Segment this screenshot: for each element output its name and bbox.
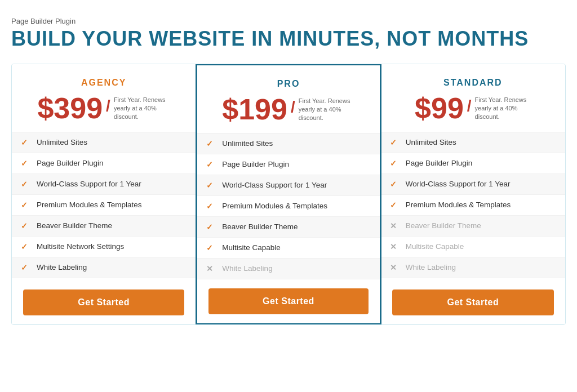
list-item: ✓Page Builder Plugin	[12, 153, 196, 174]
feature-label: Beaver Builder Theme	[222, 222, 298, 231]
page-title: BUILD YOUR WEBSITE IN MINUTES, NOT MONTH…	[11, 28, 566, 50]
plan-footer-agency: Get Started	[12, 280, 196, 324]
check-icon: ✓	[390, 159, 400, 168]
list-item: ✕Beaver Builder Theme	[381, 216, 565, 237]
plan-header-pro: PRO$199/First Year. Renews yearly at a 4…	[197, 65, 379, 133]
check-icon: ✓	[390, 201, 400, 210]
price-row-pro: $199/First Year. Renews yearly at a 40% …	[208, 95, 368, 124]
list-item: ✓Unlimited Sites	[12, 132, 196, 153]
list-item: ✕Multisite Capable	[381, 237, 565, 257]
get-started-button-pro[interactable]: Get Started	[208, 288, 368, 314]
feature-label: Page Builder Plugin	[37, 159, 104, 167]
feature-label: Multisite Capable	[222, 243, 281, 252]
list-item: ✓World-Class Support for 1 Year	[12, 174, 196, 195]
list-item: ✕White Labeling	[197, 259, 379, 279]
list-item: ✓World-Class Support for 1 Year	[197, 175, 379, 196]
list-item: ✓Multisite Capable	[197, 238, 379, 259]
feature-label: Multisite Capable	[406, 242, 464, 251]
feature-label: Page Builder Plugin	[406, 159, 473, 167]
features-list-pro: ✓Unlimited Sites✓Page Builder Plugin✓Wor…	[197, 133, 379, 279]
check-icon: ✓	[21, 221, 31, 230]
price-amount-pro: $199	[222, 95, 287, 124]
page-subtitle: Page Builder Plugin	[11, 17, 566, 25]
price-row-agency: $399/First Year. Renews yearly at a 40% …	[23, 93, 184, 123]
feature-label: World-Class Support for 1 Year	[222, 181, 327, 189]
list-item: ✓Beaver Builder Theme	[197, 217, 379, 238]
list-item: ✓Unlimited Sites	[381, 132, 565, 153]
check-icon: ✓	[206, 243, 216, 252]
list-item: ✓Beaver Builder Theme	[12, 216, 196, 237]
price-amount-agency: $399	[37, 93, 103, 123]
list-item: ✓Page Builder Plugin	[197, 154, 379, 175]
get-started-button-standard[interactable]: Get Started	[392, 289, 554, 315]
list-item: ✓Premium Modules & Templates	[12, 195, 196, 216]
plan-card-standard: STANDARD$99/First Year. Renews yearly at…	[381, 64, 565, 324]
check-icon: ✓	[21, 201, 31, 210]
check-icon: ✓	[390, 180, 400, 189]
cross-icon: ✕	[390, 242, 400, 251]
price-note-agency: First Year. Renews yearly at a 40% disco…	[114, 96, 170, 122]
list-item: ✓White Labeling	[12, 257, 196, 278]
feature-label: White Labeling	[37, 263, 87, 271]
check-icon: ✓	[206, 139, 216, 148]
feature-label: White Labeling	[222, 264, 272, 273]
feature-label: World-Class Support for 1 Year	[37, 180, 141, 188]
check-icon: ✓	[21, 138, 31, 147]
check-icon: ✓	[21, 263, 31, 272]
feature-label: Premium Modules & Templates	[222, 202, 327, 210]
plan-name-pro: PRO	[208, 79, 368, 89]
price-slash-pro: /	[291, 95, 295, 120]
cross-icon: ✕	[390, 221, 400, 230]
list-item: ✓Premium Modules & Templates	[197, 196, 379, 217]
list-item: ✓World-Class Support for 1 Year	[381, 174, 565, 195]
list-item: ✓Multisite Network Settings	[12, 237, 196, 257]
pricing-grid: AGENCY$399/First Year. Renews yearly at …	[11, 64, 566, 325]
feature-label: Beaver Builder Theme	[406, 221, 481, 230]
feature-label: Unlimited Sites	[37, 138, 87, 146]
feature-label: Premium Modules & Templates	[37, 201, 142, 209]
list-item: ✕White Labeling	[381, 257, 565, 278]
plan-header-standard: STANDARD$99/First Year. Renews yearly at…	[381, 64, 565, 132]
check-icon: ✓	[21, 242, 31, 251]
feature-label: Multisite Network Settings	[37, 242, 124, 251]
cross-icon: ✕	[206, 264, 216, 273]
price-slash-agency: /	[106, 93, 110, 119]
feature-label: Unlimited Sites	[406, 138, 456, 146]
price-row-standard: $99/First Year. Renews yearly at a 40% d…	[392, 93, 554, 123]
plan-card-pro: PRO$199/First Year. Renews yearly at a 4…	[196, 64, 381, 325]
plan-footer-standard: Get Started	[381, 280, 565, 324]
feature-label: Page Builder Plugin	[222, 160, 289, 168]
feature-label: Unlimited Sites	[222, 139, 273, 148]
list-item: ✓Premium Modules & Templates	[381, 195, 565, 216]
plan-header-agency: AGENCY$399/First Year. Renews yearly at …	[12, 64, 196, 132]
plan-name-agency: AGENCY	[23, 78, 184, 88]
feature-label: Premium Modules & Templates	[406, 201, 511, 209]
check-icon: ✓	[21, 159, 31, 168]
features-list-standard: ✓Unlimited Sites✓Page Builder Plugin✓Wor…	[381, 132, 565, 280]
list-item: ✓Unlimited Sites	[197, 133, 379, 154]
cross-icon: ✕	[390, 263, 400, 272]
check-icon: ✓	[206, 181, 216, 190]
check-icon: ✓	[206, 222, 216, 231]
features-list-agency: ✓Unlimited Sites✓Page Builder Plugin✓Wor…	[12, 132, 196, 280]
check-icon: ✓	[21, 180, 31, 189]
plan-footer-pro: Get Started	[197, 279, 379, 323]
feature-label: World-Class Support for 1 Year	[406, 180, 511, 188]
check-icon: ✓	[206, 160, 216, 169]
feature-label: Beaver Builder Theme	[37, 221, 112, 230]
price-slash-standard: /	[467, 93, 472, 119]
plan-name-standard: STANDARD	[392, 78, 554, 88]
check-icon: ✓	[390, 138, 400, 147]
price-note-pro: First Year. Renews yearly at a 40% disco…	[299, 97, 355, 123]
get-started-button-agency[interactable]: Get Started	[23, 289, 184, 315]
check-icon: ✓	[206, 202, 216, 211]
list-item: ✓Page Builder Plugin	[381, 153, 565, 174]
plan-card-agency: AGENCY$399/First Year. Renews yearly at …	[12, 64, 196, 324]
feature-label: White Labeling	[406, 263, 456, 271]
price-note-standard: First Year. Renews yearly at a 40% disco…	[475, 96, 531, 122]
price-amount-standard: $99	[415, 93, 464, 123]
